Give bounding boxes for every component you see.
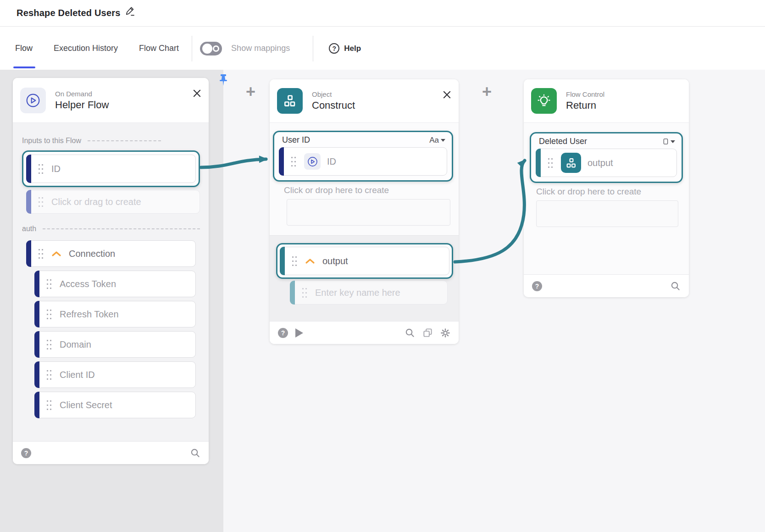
drag-handle-icon[interactable] [290, 155, 297, 168]
tab-flow[interactable]: Flow [15, 27, 33, 70]
help-circle-icon[interactable]: ? [278, 328, 288, 338]
drag-handle-icon[interactable] [46, 369, 52, 381]
search-icon[interactable] [670, 281, 681, 291]
drag-handle-icon[interactable] [46, 399, 52, 411]
construct-output-section: output Enter key name here [270, 235, 459, 321]
chevron-up-icon [51, 250, 61, 257]
close-icon[interactable] [193, 89, 201, 98]
on-demand-play-icon [20, 88, 46, 113]
client-id-label: Client ID [60, 370, 95, 380]
toggle-knob-icon [202, 44, 212, 54]
user-id-mapped-field[interactable]: ID [279, 147, 447, 176]
access-token-field[interactable]: Access Token [34, 271, 196, 297]
auth-section-label: auth [22, 225, 36, 233]
copy-icon[interactable] [422, 327, 433, 338]
construct-footer: ? [270, 321, 459, 344]
id-field-label: ID [51, 164, 61, 174]
field-bar [34, 271, 39, 297]
return-header: Flow Control Return [524, 79, 689, 123]
inputs-section-row: Inputs to this Flow [22, 137, 200, 145]
toggle-ring-icon [213, 45, 219, 52]
id-field[interactable]: ID [26, 155, 196, 183]
drag-handle-icon[interactable] [46, 278, 52, 290]
run-step-icon[interactable] [295, 328, 303, 338]
drag-handle-icon[interactable] [38, 248, 44, 260]
close-icon[interactable] [443, 90, 451, 99]
key-name-placeholder: Enter key name here [315, 288, 400, 298]
tab-execution-history[interactable]: Execution History [54, 27, 118, 70]
show-mappings-toggle[interactable] [200, 42, 222, 55]
type-selector-label: Aa [429, 136, 439, 145]
drop-target-box[interactable] [287, 199, 450, 226]
chevron-down-icon [671, 140, 675, 143]
drop-target-box[interactable] [536, 200, 678, 227]
connection-field[interactable]: Connection [26, 240, 196, 267]
title-bar: Reshape Deleted Users [0, 0, 765, 27]
pin-icon[interactable] [218, 74, 229, 86]
tab-bar: Flow Execution History Flow Chart Show m… [0, 27, 765, 70]
field-bar [34, 361, 39, 388]
drag-handle-icon[interactable] [38, 163, 44, 175]
drag-handle-icon[interactable] [46, 308, 52, 321]
create-input-ghost-field[interactable]: Click or drag to create [26, 190, 200, 214]
field-bar [280, 247, 285, 275]
chevron-down-icon [441, 139, 445, 142]
help-circle-icon[interactable]: ? [21, 448, 31, 458]
user-id-mapped-group: User ID Aa ID [273, 131, 453, 182]
refresh-token-label: Refresh Token [60, 309, 119, 320]
type-selector-text[interactable]: Aa [429, 136, 445, 145]
deleted-user-mapped-group: Deleted User [530, 132, 683, 183]
drag-handle-icon[interactable] [46, 338, 52, 351]
user-id-label: User ID [282, 135, 310, 145]
drop-hint-text: Click or drop here to create [284, 185, 453, 195]
edit-title-icon[interactable] [125, 6, 135, 18]
show-mappings-label: Show mappings [231, 44, 290, 53]
arrow-output-to-deleted-user [455, 161, 525, 262]
return-footer: ? [524, 274, 689, 297]
tabbar-divider [313, 36, 313, 61]
key-name-ghost-field[interactable]: Enter key name here [290, 281, 448, 305]
add-step-button-2[interactable]: + [482, 82, 492, 101]
client-id-field[interactable]: Client ID [34, 361, 196, 388]
search-icon[interactable] [405, 327, 415, 338]
create-input-hint: Click or drag to create [51, 197, 141, 207]
refresh-token-field[interactable]: Refresh Token [34, 301, 196, 327]
helper-category: On Demand [55, 90, 109, 98]
deleted-user-label: Deleted User [539, 137, 587, 146]
dashed-line [88, 140, 161, 141]
return-category: Flow Control [566, 90, 604, 98]
mapped-output-value: output [588, 158, 613, 168]
client-secret-label: Client Secret [60, 400, 112, 410]
field-bar [34, 392, 39, 418]
inputs-section-label: Inputs to this Flow [22, 137, 81, 145]
drag-handle-icon[interactable] [291, 255, 298, 267]
deleted-user-mapped-field[interactable]: output [536, 149, 677, 177]
help-button[interactable]: ? Help [329, 43, 361, 54]
field-bar [34, 331, 39, 358]
construct-card: Object Construct User ID Aa [270, 79, 459, 344]
id-mapped-group: ID [22, 150, 200, 187]
gear-icon[interactable] [440, 328, 450, 338]
drag-handle-icon [301, 287, 308, 299]
object-construct-icon [277, 88, 303, 114]
page-title: Reshape Deleted Users [17, 8, 121, 18]
help-circle-icon[interactable]: ? [532, 281, 542, 291]
search-icon[interactable] [190, 448, 200, 458]
construct-category: Object [312, 90, 355, 98]
field-bar [26, 155, 31, 183]
helper-flow-header: On Demand Helper Flow [13, 78, 209, 123]
flow-control-bulb-icon [531, 88, 557, 114]
tabbar-divider [192, 36, 192, 61]
client-secret-field[interactable]: Client Secret [34, 392, 196, 418]
field-bar [536, 149, 541, 177]
add-step-button-1[interactable]: + [246, 82, 255, 101]
user-id-label-row: User ID Aa [274, 132, 452, 147]
tab-flow-chart[interactable]: Flow Chart [139, 27, 179, 70]
access-token-label: Access Token [60, 279, 116, 289]
type-selector-button[interactable] [662, 138, 675, 145]
object-type-icon [662, 138, 669, 145]
domain-field[interactable]: Domain [34, 331, 196, 358]
drag-handle-icon[interactable] [547, 157, 554, 169]
output-field[interactable]: output [280, 247, 449, 275]
construct-properties-body: User ID Aa ID Clic [270, 123, 459, 235]
